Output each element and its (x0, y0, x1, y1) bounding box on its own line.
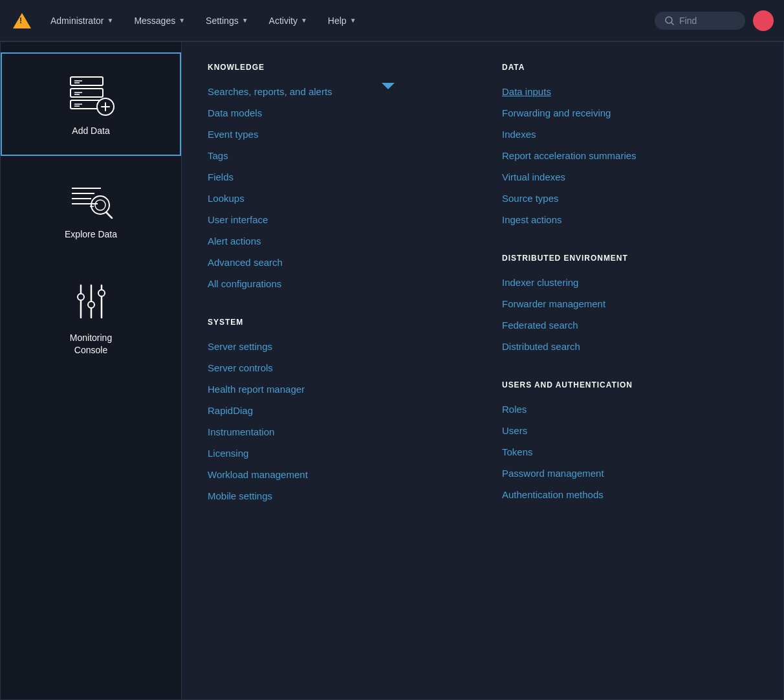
link-forwarding-receiving[interactable]: Forwarding and receiving (502, 102, 757, 124)
section-users-authentication: USERS AND AUTHENTICATION Roles Users Tok… (502, 380, 757, 505)
svg-point-26 (78, 294, 84, 300)
link-tags[interactable]: Tags (208, 145, 463, 166)
search-label: Find (679, 16, 697, 26)
link-event-types[interactable]: Event types (208, 124, 463, 145)
link-licensing[interactable]: Licensing (208, 443, 463, 464)
chevron-down-icon: ▼ (242, 17, 248, 24)
explore-data-label: Explore Data (65, 228, 117, 240)
nav-settings[interactable]: Settings ▼ (197, 10, 257, 31)
link-source-types[interactable]: Source types (502, 188, 757, 209)
section-heading-system: SYSTEM (208, 318, 463, 327)
link-advanced-search[interactable]: Advanced search (208, 252, 463, 273)
section-heading-users-auth: USERS AND AUTHENTICATION (502, 380, 757, 389)
link-forwarder-management[interactable]: Forwarder management (502, 293, 757, 314)
link-user-interface[interactable]: User interface (208, 209, 463, 230)
warning-icon[interactable] (10, 9, 34, 32)
link-virtual-indexes[interactable]: Virtual indexes (502, 166, 757, 188)
search-box[interactable]: Find (655, 12, 745, 30)
link-distributed-search[interactable]: Distributed search (502, 336, 757, 357)
link-indexer-clustering[interactable]: Indexer clustering (502, 272, 757, 293)
link-data-models[interactable]: Data models (208, 102, 463, 124)
topbar: Administrator ▼ Messages ▼ Settings ▼ Ac… (0, 0, 784, 41)
add-data-label: Add Data (72, 125, 109, 137)
notification-badge[interactable] (753, 10, 774, 31)
link-federated-search[interactable]: Federated search (502, 314, 757, 336)
nav-messages[interactable]: Messages ▼ (125, 10, 194, 31)
nav-help[interactable]: Help ▼ (319, 10, 365, 31)
link-roles[interactable]: Roles (502, 399, 757, 420)
link-ingest-actions[interactable]: Ingest actions (502, 209, 757, 230)
link-data-inputs[interactable]: Data inputs (502, 81, 757, 102)
link-password-management[interactable]: Password management (502, 463, 757, 484)
monitoring-console-label: Monitoring Console (70, 332, 112, 355)
section-heading-data: DATA (502, 63, 757, 72)
add-data-icon (65, 72, 117, 117)
svg-point-18 (91, 196, 109, 214)
monitoring-console-icon (65, 279, 117, 324)
link-workload-management[interactable]: Workload management (208, 464, 463, 485)
settings-dropdown: Add Data Explo (0, 41, 784, 700)
dropdown-arrow (382, 83, 395, 89)
sidebar-item-explore-data[interactable]: Explore Data (1, 156, 181, 259)
nav-activity[interactable]: Activity ▼ (260, 10, 316, 31)
chevron-down-icon: ▼ (350, 17, 356, 24)
section-distributed-environment: DISTRIBUTED ENVIRONMENT Indexer clusteri… (502, 254, 757, 357)
svg-line-1 (671, 23, 673, 25)
section-heading-distributed: DISTRIBUTED ENVIRONMENT (502, 254, 757, 263)
chevron-down-icon: ▼ (179, 17, 185, 24)
link-server-settings[interactable]: Server settings (208, 336, 463, 357)
search-icon (665, 16, 674, 25)
section-heading-knowledge: KNOWLEDGE (208, 63, 463, 72)
nav-administrator[interactable]: Administrator ▼ (41, 10, 122, 31)
svg-point-28 (98, 290, 105, 296)
link-fields[interactable]: Fields (208, 166, 463, 188)
sidebar-item-add-data[interactable]: Add Data (1, 52, 181, 156)
link-instrumentation[interactable]: Instrumentation (208, 421, 463, 443)
link-mobile-settings[interactable]: Mobile settings (208, 485, 463, 507)
link-searches-reports-alerts[interactable]: Searches, reports, and alerts (208, 81, 463, 102)
svg-line-20 (106, 212, 112, 218)
link-authentication-methods[interactable]: Authentication methods (502, 484, 757, 505)
link-report-acceleration-summaries[interactable]: Report acceleration summaries (502, 145, 757, 166)
link-indexes[interactable]: Indexes (502, 124, 757, 145)
link-tokens[interactable]: Tokens (502, 441, 757, 463)
link-health-report-manager[interactable]: Health report manager (208, 378, 463, 400)
link-server-controls[interactable]: Server controls (208, 357, 463, 378)
link-users[interactable]: Users (502, 420, 757, 441)
menu-content: KNOWLEDGE Searches, reports, and alerts … (182, 42, 783, 699)
menu-column-data-distributed-users: DATA Data inputs Forwarding and receivin… (502, 63, 757, 679)
svg-point-19 (95, 200, 105, 210)
sidebar-item-monitoring-console[interactable]: Monitoring Console (1, 259, 181, 375)
link-alert-actions[interactable]: Alert actions (208, 230, 463, 252)
link-rapiddiag[interactable]: RapidDiag (208, 400, 463, 421)
link-lookups[interactable]: Lookups (208, 188, 463, 209)
section-system: SYSTEM Server settings Server controls H… (208, 318, 463, 507)
chevron-down-icon: ▼ (107, 17, 113, 24)
section-data: DATA Data inputs Forwarding and receivin… (502, 63, 757, 230)
link-all-configurations[interactable]: All configurations (208, 273, 463, 294)
section-knowledge: KNOWLEDGE Searches, reports, and alerts … (208, 63, 463, 294)
explore-data-icon (65, 175, 117, 221)
sidebar: Add Data Explo (1, 42, 182, 699)
menu-column-knowledge-system: KNOWLEDGE Searches, reports, and alerts … (208, 63, 463, 679)
chevron-down-icon: ▼ (301, 17, 307, 24)
svg-point-27 (88, 301, 94, 308)
